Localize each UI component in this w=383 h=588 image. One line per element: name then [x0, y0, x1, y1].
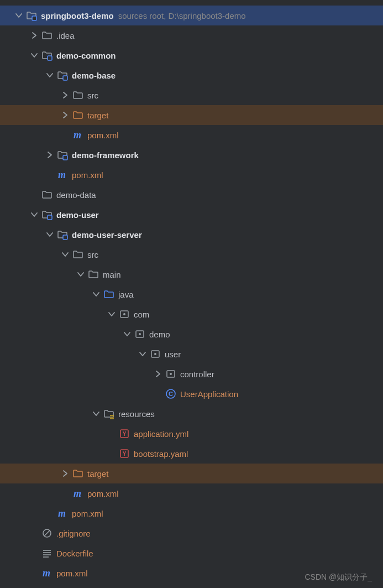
item-label: java [118, 290, 134, 299]
tree-row[interactable]: application.yml [0, 424, 383, 444]
item-label: .idea [56, 31, 75, 40]
maven-icon [56, 169, 69, 181]
item-label: target [87, 111, 108, 120]
item-label: demo-common [56, 51, 116, 60]
module-folder-icon [56, 149, 69, 161]
tree-row[interactable]: demo-data [0, 185, 383, 205]
tree-row[interactable]: resources [0, 404, 383, 424]
package-icon [118, 308, 130, 320]
chevron-right-icon[interactable] [60, 110, 71, 121]
tree-row[interactable]: java [0, 284, 383, 304]
tree-row[interactable]: target [0, 464, 383, 483]
chevron-down-icon[interactable] [29, 50, 40, 61]
chevron-down-icon[interactable] [44, 70, 55, 81]
item-label: demo-framework [72, 150, 139, 160]
maven-icon [72, 129, 84, 141]
tree-row[interactable]: pom.xml [0, 503, 383, 523]
folder-icon [87, 268, 99, 280]
tree-row[interactable]: pom.xml [0, 483, 383, 503]
tree-row[interactable]: demo-user-server [0, 225, 383, 244]
package-icon [134, 328, 146, 340]
chevron-right-icon[interactable] [29, 30, 40, 41]
chevron-right-icon[interactable] [60, 90, 71, 101]
tree-row[interactable]: demo-framework [0, 145, 383, 165]
tree-row[interactable]: main [0, 264, 383, 284]
item-label: com [134, 310, 149, 319]
tree-row[interactable]: src [0, 85, 383, 105]
module-folder-icon [56, 228, 69, 241]
chevron-down-icon[interactable] [122, 329, 133, 340]
item-label: demo [149, 330, 170, 339]
resources-folder-icon [103, 408, 115, 420]
tree-row[interactable]: controller [0, 364, 383, 384]
module-folder-icon [25, 9, 38, 22]
tree-row[interactable]: user [0, 344, 383, 364]
item-label: src [87, 91, 98, 100]
tree-row[interactable]: src [0, 244, 383, 264]
item-label: application.yml [134, 429, 188, 439]
item-label: target [87, 469, 108, 478]
chevron-down-icon[interactable] [91, 408, 102, 419]
tree-row[interactable]: demo-base [0, 65, 383, 85]
tree-row[interactable]: target [0, 105, 383, 125]
chevron-down-icon[interactable] [60, 249, 71, 260]
package-icon [165, 368, 177, 380]
tree-row[interactable]: Dockerfile [0, 543, 383, 563]
item-label: demo-user [56, 210, 99, 220]
item-label: demo-data [56, 190, 96, 200]
folder-icon [72, 89, 84, 101]
package-icon [149, 348, 161, 360]
tree-row-root[interactable]: springboot3-demo sources root, D:\spring… [0, 6, 383, 25]
chevron-right-icon[interactable] [44, 149, 55, 160]
item-label: src [87, 250, 98, 259]
maven-icon [41, 567, 53, 579]
item-label: demo-user-server [72, 230, 142, 240]
maven-icon [56, 507, 69, 519]
item-label: UserApplication [180, 389, 238, 399]
ignore-icon [41, 527, 53, 539]
yaml-icon [118, 447, 130, 460]
tree-row[interactable]: demo-user [0, 205, 383, 225]
tree-row[interactable]: .idea [0, 25, 383, 45]
chevron-down-icon[interactable] [75, 269, 86, 280]
item-label: demo-base [72, 71, 116, 80]
module-folder-icon [56, 69, 69, 81]
item-label: controller [180, 370, 214, 379]
chevron-down-icon[interactable] [91, 289, 102, 300]
item-label: user [165, 350, 181, 359]
source-folder-icon [103, 288, 115, 300]
chevron-right-icon[interactable] [153, 368, 164, 379]
tree-row[interactable]: pom.xml [0, 125, 383, 145]
folder-icon [41, 29, 53, 41]
chevron-down-icon[interactable] [13, 10, 24, 21]
docker-icon [41, 547, 53, 559]
folder-icon [72, 248, 84, 261]
maven-icon [72, 487, 84, 499]
tree-row[interactable]: demo-common [0, 45, 383, 65]
root-label: springboot3-demo [41, 11, 114, 20]
item-label: pom.xml [87, 131, 119, 140]
item-label: main [103, 270, 121, 279]
tree-row[interactable]: bootstrap.yaml [0, 444, 383, 464]
folder-icon [41, 189, 53, 201]
chevron-down-icon[interactable] [44, 229, 55, 240]
tree-row[interactable]: pom.xml [0, 165, 383, 185]
item-label: bootstrap.yaml [134, 449, 188, 459]
tree-row[interactable]: demo [0, 324, 383, 344]
chevron-right-icon[interactable] [60, 468, 71, 479]
project-tree[interactable]: springboot3-demo sources root, D:\spring… [0, 0, 383, 583]
tree-row[interactable]: com [0, 304, 383, 324]
item-label: .gitignore [56, 529, 91, 538]
tree-row[interactable]: UserApplication [0, 384, 383, 404]
chevron-down-icon[interactable] [29, 209, 40, 220]
module-folder-icon [41, 49, 53, 61]
chevron-down-icon[interactable] [106, 309, 117, 320]
chevron-down-icon[interactable] [137, 348, 148, 360]
watermark: CSDN @知识分子_ [305, 573, 372, 582]
item-label: pom.xml [56, 569, 88, 578]
item-label: pom.xml [87, 489, 119, 498]
item-label: Dockerfile [56, 549, 93, 558]
folder-icon [72, 109, 84, 121]
java-class-icon [165, 388, 177, 400]
tree-row[interactable]: .gitignore [0, 523, 383, 543]
